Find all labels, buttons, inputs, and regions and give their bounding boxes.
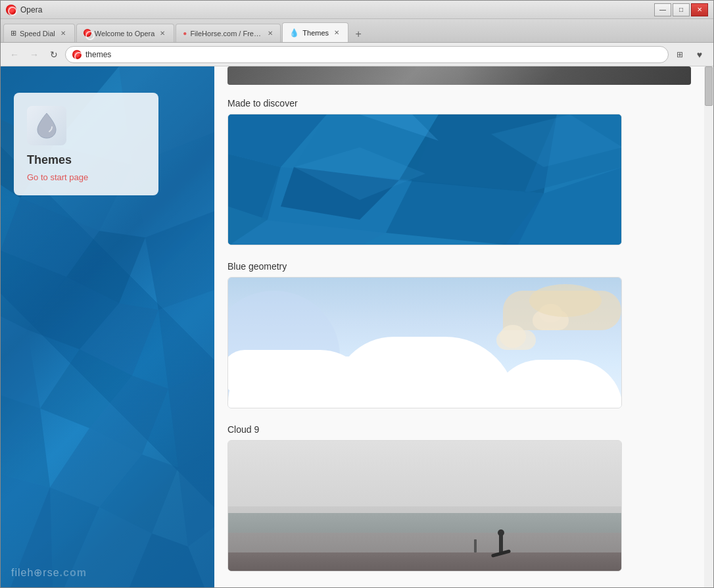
- theme-icon-container: [27, 106, 66, 145]
- theme-section-blue-geometry: Blue geometry: [227, 256, 691, 408]
- forward-button[interactable]: →: [26, 47, 43, 62]
- opera-tab-icon: [83, 29, 91, 38]
- scrollbar[interactable]: [704, 66, 713, 587]
- address-bar[interactable]: [65, 46, 669, 63]
- tab-speed-dial-label: Speed Dial: [20, 30, 55, 37]
- theme-preview-cloud[interactable]: [227, 277, 622, 408]
- browser-window: Opera — □ ✕ ⊞ Speed Dial ✕ Welcome to Op…: [0, 0, 714, 588]
- maximize-button[interactable]: □: [673, 3, 690, 16]
- grid-icon: ⊞: [11, 29, 16, 37]
- tab-filehorse-label: FileHorse.com / Free Soft...: [190, 30, 262, 37]
- drop-icon: [35, 112, 59, 139]
- content-scroll: Made to discover: [214, 66, 704, 587]
- go-to-start-page-link[interactable]: Go to start page: [27, 172, 88, 182]
- navigation-bar: ← → ↻ ⊞ ♥: [1, 43, 713, 66]
- theme-preview-blue-geometry[interactable]: [227, 114, 622, 245]
- sidebar-title: Themes: [27, 153, 72, 167]
- sidebar: Themes Go to start page fileh⊕rse.com: [1, 66, 214, 587]
- cloud-visual: [228, 278, 621, 408]
- top-strip: [227, 66, 691, 85]
- back-button[interactable]: ←: [6, 47, 23, 62]
- stash-button[interactable]: ⊞: [671, 47, 688, 62]
- theme-section-cloud-9: Cloud 9: [227, 419, 691, 572]
- nav-right-buttons: ⊞ ♥: [671, 47, 708, 62]
- tab-speed-dial[interactable]: ⊞ Speed Dial ✕: [3, 24, 75, 42]
- new-tab-button[interactable]: +: [350, 26, 367, 42]
- reload-button[interactable]: ↻: [45, 47, 62, 62]
- tab-welcome[interactable]: Welcome to Opera ✕: [76, 24, 175, 42]
- tab-themes[interactable]: 💧 Themes ✕: [282, 22, 348, 42]
- title-bar-text: Opera: [20, 5, 654, 14]
- window-controls: — □ ✕: [654, 3, 708, 16]
- sidebar-card: Themes Go to start page: [14, 93, 158, 195]
- main-area: Themes Go to start page fileh⊕rse.com Ma…: [1, 66, 713, 587]
- tab-welcome-label: Welcome to Opera: [95, 30, 155, 37]
- theme-label-blue-geometry: Blue geometry: [227, 256, 691, 272]
- heart-button[interactable]: ♥: [691, 47, 708, 62]
- theme-label-made-to-discover: Made to discover: [227, 93, 691, 109]
- filehorse-watermark: fileh⊕rse.com: [11, 566, 87, 579]
- tab-themes-close[interactable]: ✕: [332, 28, 341, 37]
- scroll-thumb[interactable]: [705, 66, 713, 106]
- opera-address-icon: [72, 50, 82, 59]
- scroll-track: [704, 66, 713, 587]
- tab-filehorse-close[interactable]: ✕: [266, 29, 274, 38]
- close-button[interactable]: ✕: [691, 3, 708, 16]
- filehorse-tab-icon: ●: [183, 30, 187, 37]
- drop-tab-icon: 💧: [289, 28, 299, 37]
- tab-speed-dial-close[interactable]: ✕: [59, 29, 68, 38]
- tab-bar: ⊞ Speed Dial ✕ Welcome to Opera ✕ ● File…: [1, 19, 713, 43]
- beach-visual: [228, 441, 621, 572]
- title-bar: Opera — □ ✕: [1, 1, 713, 19]
- minimize-button[interactable]: —: [654, 3, 671, 16]
- blue-geo-visual: [228, 114, 622, 245]
- theme-preview-beach[interactable]: [227, 440, 622, 572]
- tab-welcome-close[interactable]: ✕: [158, 29, 167, 38]
- tab-themes-label: Themes: [302, 29, 329, 37]
- theme-section-made-to-discover: Made to discover: [227, 93, 691, 245]
- tab-filehorse[interactable]: ● FileHorse.com / Free Soft... ✕: [176, 24, 281, 42]
- opera-title-icon: [6, 5, 16, 15]
- address-input[interactable]: [85, 50, 661, 59]
- content-area[interactable]: Made to discover: [214, 66, 704, 587]
- theme-label-cloud-9: Cloud 9: [227, 419, 691, 435]
